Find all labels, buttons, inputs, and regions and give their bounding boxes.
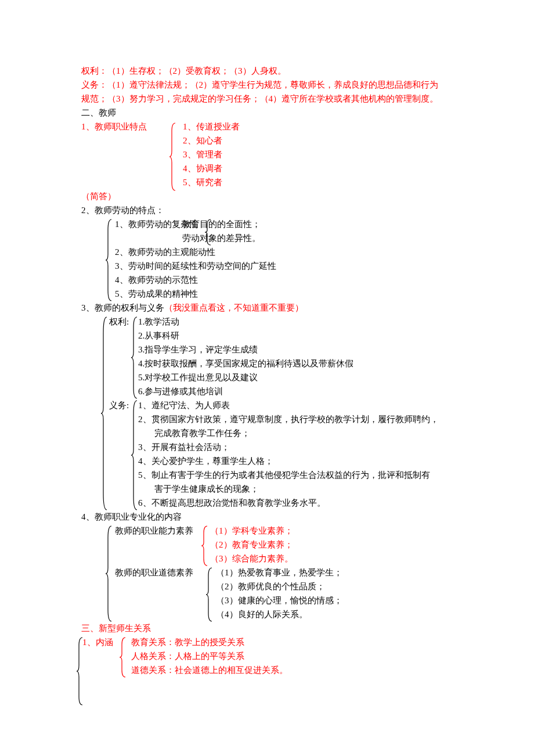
prof-g1-item-2: （2）教育专业素养；: [81, 538, 453, 552]
labor-item-3: 3、劳动时间的延续性和劳动空间的广延性: [81, 259, 453, 273]
teacher-duty-6: 6、不断提高思想政治觉悟和教育教学业务水平。: [81, 496, 453, 510]
simple-answer-tag: （简答）: [81, 189, 453, 203]
teacher-duty-2b: 完成教育教学工作任务；: [81, 426, 453, 440]
teacher-right-6: 6.参与进修或其他培训: [81, 384, 453, 398]
section-2-1-title: 1、教师职业特点: [81, 122, 147, 131]
teacher-right-4: 4.按时获取报酬，享受国家规定的福利待遇以及带薪休假: [81, 357, 453, 370]
section-2-3-block: 权利: 1.教学活动 2.从事科研 3.指导学生学习，评定学生成绩 4.按时获取…: [81, 315, 453, 510]
teacher-right-5: 5.对学校工作提出意见以及建议: [81, 370, 453, 384]
prof-g2-item-4: （4）良好的人际关系。: [81, 607, 453, 621]
role-item-3: 3、管理者: [81, 147, 453, 161]
student-duties-line-2: 规范；（3）努力学习，完成规定的学习任务；（4）遵守所在学校或者其他机构的管理制…: [81, 92, 453, 106]
teacher-duty-5a: 5、制止有害于学生的行为或者其他侵犯学生合法权益的行为，批评和抵制有: [81, 468, 453, 482]
labor-item-1-sub1: 教育目的的全面性；: [182, 217, 261, 231]
prof-group-1-label: 教师的职业能力素养: [115, 524, 193, 538]
teacher-duty-2a: 2、贯彻国家方针政策，遵守规章制度，执行学校的教学计划，履行教师聘约，: [81, 412, 453, 426]
relation-3: 道德关系：社会道德上的相互促进关系。: [81, 663, 453, 677]
teacher-duty-3: 3、开展有益社会活动；: [81, 440, 453, 454]
prof-group-2-label: 教师的职业道德素养: [115, 566, 193, 579]
relation-2: 人格关系：人格上的平等关系: [81, 649, 453, 663]
labor-item-5: 5、劳动成果的精神性: [81, 287, 453, 301]
student-rights-line: 权利：（1）生存权；（2）受教育权；（3）人身权。: [81, 64, 453, 78]
relation-1: 教育关系：教学上的授受关系: [81, 635, 453, 649]
labor-item-2: 2、教师劳动的主观能动性: [81, 245, 453, 259]
labor-item-4: 4、教师劳动的示范性: [81, 273, 453, 287]
teacher-duty-4: 4、关心爱护学生，尊重学生人格；: [81, 454, 453, 468]
duties-label: 义务:: [109, 398, 129, 412]
labor-item-1-sub2: 劳动对象的差异性。: [182, 231, 261, 245]
section-2-2-block: 1、教师劳动的复杂性 教育目的的全面性； 劳动对象的差异性。 2、教师劳动的主观…: [81, 217, 453, 301]
section-2-4-title: 4、教师职业专业化的内容: [81, 510, 453, 524]
section-3-block: 1、内涵 教育关系：教学上的授受关系 人格关系：人格上的平等关系 道德关系：社会…: [81, 635, 453, 677]
prof-g2-item-3: （3）健康的心理，愉悦的情感；: [81, 593, 453, 607]
section-3-1-title: 1、内涵: [82, 635, 113, 649]
section-2-3-title-text: 3、教师的权利与义务: [81, 303, 164, 312]
document-page: 权利：（1）生存权；（2）受教育权；（3）人身权。 义务：（1）遵守法律法规；（…: [0, 0, 534, 756]
section-2-2-title: 2、教师劳动的特点：: [81, 203, 453, 217]
teacher-duty-1: 1、遵纪守法、为人师表: [81, 398, 453, 412]
section-2-1-block: 1、教师职业特点 1、传道授业者 2、知心者 3、管理者 4、协调者 5、研究者: [81, 120, 453, 189]
teacher-duty-5b: 害于学生健康成长的现象；: [81, 482, 453, 496]
section-2-3-title: 3、教师的权利与义务（我没重点看这，不知道重不重要）: [81, 301, 453, 315]
role-item-4: 4、协调者: [81, 161, 453, 175]
teacher-right-1: 1.教学活动: [81, 315, 453, 329]
teacher-right-2: 2.从事科研: [81, 329, 453, 343]
section-2-4-block: 教师的职业能力素养 （1）学科专业素养； （2）教育专业素养； （3）综合能力素…: [81, 524, 453, 621]
section-2-heading: 二、教师: [81, 106, 453, 120]
section-3-heading: 三、新型师生关系: [81, 621, 453, 635]
role-item-2: 2、知心者: [81, 134, 453, 147]
prof-g2-item-2: （2）教师优良的个性品质；: [81, 579, 453, 593]
prof-g1-item-3: （3）综合能力素养。: [81, 552, 453, 566]
section-2-3-comment: （我没重点看这，不知道重不重要）: [164, 303, 304, 312]
rights-label: 权利:: [109, 315, 129, 329]
student-duties-line-1: 义务：（1）遵守法律法规；（2）遵守学生行为规范，尊敬师长，养成良好的思想品德和…: [81, 78, 453, 92]
role-item-5: 5、研究者: [81, 175, 453, 189]
teacher-right-3: 3.指导学生学习，评定学生成绩: [81, 343, 453, 357]
